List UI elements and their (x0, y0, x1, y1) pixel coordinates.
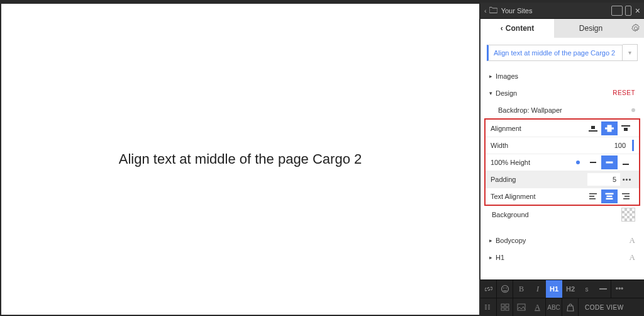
italic-button[interactable]: I (530, 280, 546, 298)
svg-point-20 (506, 288, 507, 289)
tab-content-label: Content (506, 24, 534, 33)
disclosure-triangle-icon: ▸ (489, 254, 496, 261)
tab-design[interactable]: Design (554, 19, 628, 38)
svg-rect-22 (485, 305, 487, 306)
width-label: Width (491, 142, 597, 149)
width-input[interactable] (597, 142, 630, 149)
chevron-down-icon[interactable]: ▾ (623, 44, 638, 61)
section-bodycopy-label: Bodycopy (496, 237, 630, 244)
sidebar: ‹ Your Sites × ‹ Content Design (480, 3, 644, 316)
svg-rect-1 (591, 126, 595, 129)
svg-rect-27 (488, 308, 490, 310)
more-icon[interactable]: ••• (620, 176, 634, 183)
section-bodycopy[interactable]: ▸ Bodycopy A (480, 232, 644, 249)
section-h1[interactable]: ▸ H1 A (480, 249, 644, 266)
alignment-row: Alignment (486, 120, 639, 137)
bold-button[interactable]: B (513, 280, 530, 298)
svg-rect-3 (608, 125, 611, 132)
svg-rect-15 (622, 193, 630, 195)
width-row: Width (486, 137, 639, 154)
svg-rect-10 (589, 196, 594, 197)
height-on-button[interactable] (601, 155, 618, 169)
svg-point-19 (503, 288, 504, 289)
grid-icon[interactable] (497, 298, 513, 316)
height-alt-button[interactable] (618, 155, 634, 169)
background-row[interactable]: Background (480, 206, 644, 223)
sidebar-tabs: ‹ Content Design (480, 19, 644, 38)
padding-input[interactable] (587, 173, 620, 186)
sidebar-topbar: ‹ Your Sites × (480, 3, 644, 19)
height-row: 100% Height (486, 154, 639, 171)
height-label: 100% Height (491, 159, 576, 166)
typography-glyph-icon: A (630, 252, 635, 262)
section-images[interactable]: ▸ Images (480, 67, 644, 84)
desktop-icon[interactable] (611, 6, 623, 16)
reset-button[interactable]: RESET (613, 89, 635, 96)
bottom-toolbar: B I H1 H2 s ••• A (480, 279, 644, 316)
svg-rect-6 (590, 162, 596, 163)
svg-rect-17 (623, 198, 630, 200)
h1-button[interactable]: H1 (546, 280, 562, 298)
backdrop-row[interactable]: Backdrop: Wallpaper (480, 101, 644, 118)
link-icon[interactable] (480, 280, 497, 298)
more-icon[interactable]: ••• (611, 280, 628, 298)
height-off-button[interactable] (585, 155, 601, 169)
align-middle-button[interactable] (601, 121, 618, 135)
page-selector-label: Align text at middle of the page Cargo 2 (487, 45, 623, 61)
svg-rect-24 (485, 308, 487, 310)
padding-label: Padding (491, 176, 587, 183)
section-design-label: Design (496, 89, 613, 97)
svg-rect-23 (485, 307, 487, 308)
svg-rect-13 (607, 196, 612, 197)
svg-rect-9 (589, 193, 597, 195)
text-align-center-button[interactable] (601, 189, 618, 203)
canvas-text: Align text at middle of the page Cargo 2 (119, 151, 362, 167)
image-icon[interactable] (513, 298, 530, 316)
svg-rect-8 (623, 164, 629, 165)
typography-glyph-icon: A (630, 235, 635, 245)
tab-design-label: Design (579, 24, 602, 33)
disclosure-triangle-icon: ▸ (489, 73, 496, 79)
svg-rect-4 (621, 125, 630, 127)
font-color-icon[interactable]: A (530, 298, 546, 316)
tab-content[interactable]: ‹ Content (480, 19, 554, 38)
text-alignment-label: Text Alignment (491, 193, 585, 200)
svg-rect-30 (501, 308, 504, 310)
transparency-swatch-icon[interactable] (621, 208, 635, 222)
columns-icon[interactable] (480, 298, 497, 316)
svg-rect-29 (506, 304, 509, 307)
mobile-icon[interactable] (625, 6, 631, 16)
width-slider-indicator[interactable] (632, 140, 634, 151)
canvas[interactable]: Align text at middle of the page Cargo 2 (1, 4, 479, 315)
page-selector[interactable]: Align text at middle of the page Cargo 2… (487, 44, 638, 61)
code-view-button[interactable]: CODE VIEW (579, 298, 630, 316)
svg-rect-21 (599, 288, 607, 290)
disclosure-triangle-open-icon: ▾ (489, 90, 496, 96)
close-icon[interactable]: × (635, 6, 640, 16)
abc-icon[interactable]: ABC (546, 298, 562, 316)
padding-row: Padding ••• (486, 171, 639, 188)
align-bottom-button[interactable] (618, 121, 634, 135)
align-top-button[interactable] (585, 121, 601, 135)
text-align-right-button[interactable] (618, 189, 634, 203)
backdrop-label: Backdrop: Wallpaper (498, 106, 631, 114)
section-images-label: Images (496, 72, 635, 80)
section-design[interactable]: ▾ Design RESET (480, 84, 644, 101)
background-label: Background (492, 211, 621, 218)
back-chevron-icon[interactable]: ‹ (484, 7, 487, 14)
svg-rect-7 (606, 162, 613, 163)
text-align-left-button[interactable] (585, 189, 601, 203)
breadcrumb-title[interactable]: Your Sites (501, 7, 609, 14)
svg-rect-31 (506, 308, 509, 310)
alignment-label: Alignment (491, 125, 585, 132)
emoji-icon[interactable] (497, 280, 513, 298)
svg-rect-16 (625, 196, 630, 197)
small-button[interactable]: s (579, 280, 595, 298)
settings-icon[interactable] (628, 19, 644, 38)
section-h1-label: H1 (496, 254, 630, 261)
h2-button[interactable]: H2 (562, 280, 579, 298)
svg-rect-14 (606, 198, 613, 200)
shopping-bag-icon[interactable] (562, 298, 579, 316)
svg-rect-26 (488, 307, 490, 308)
rule-icon[interactable] (595, 280, 611, 298)
